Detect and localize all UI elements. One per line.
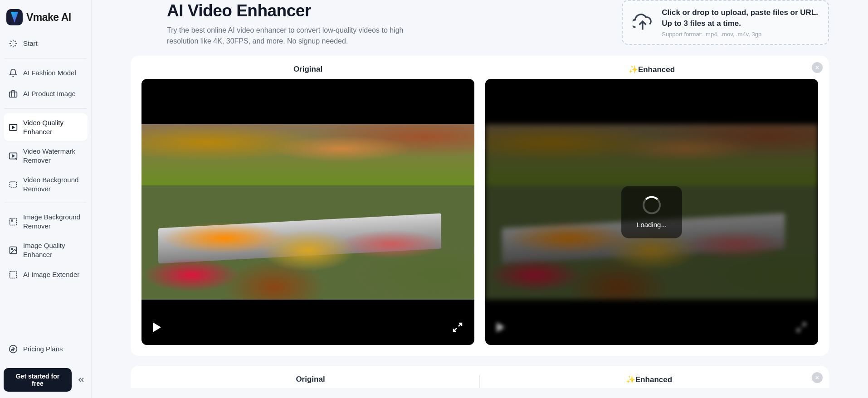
close-icon: [814, 65, 820, 70]
spinner-icon: [643, 196, 661, 214]
pricing-icon: [8, 344, 18, 354]
svg-rect-14: [10, 182, 17, 187]
nav-ai-image-extender[interactable]: AI Image Extender: [4, 265, 88, 285]
svg-line-2: [10, 41, 11, 42]
svg-line-7: [15, 41, 16, 42]
nav-fashion-model[interactable]: AI Fashion Model: [4, 63, 88, 83]
svg-rect-19: [10, 272, 17, 278]
svg-point-18: [11, 248, 13, 249]
page-description: Try the best online AI video enhancer to…: [167, 25, 421, 47]
upload-dropzone[interactable]: Click or drop to upload, paste files or …: [622, 0, 829, 45]
nav-video-bg-remover[interactable]: Video Background Remover: [4, 170, 88, 198]
original-header-2: Original: [141, 375, 479, 388]
fullscreen-button-disabled: [796, 322, 807, 333]
nav-image-bg-remover[interactable]: Image Background Remover: [4, 208, 88, 235]
main-content: AI Video Enhancer Try the best online AI…: [92, 0, 868, 398]
svg-rect-15: [10, 218, 17, 225]
compare-card: Original ✨Enhanced: [131, 56, 829, 356]
logo[interactable]: Vmake AI: [0, 0, 91, 34]
chevron-left-double-icon: [77, 375, 86, 384]
bell-icon: [8, 68, 18, 78]
svg-rect-8: [10, 92, 17, 97]
image-enhance-icon: [8, 245, 18, 255]
video-controls-disabled: [485, 310, 818, 345]
loading-overlay: Loading...: [621, 186, 682, 238]
video-enhance-icon: [8, 122, 18, 132]
enhanced-header-2: ✨Enhanced: [480, 375, 818, 388]
nav-label: Video Watermark Remover: [23, 147, 83, 165]
upload-cloud-icon: [633, 12, 653, 32]
enhanced-label-text: Enhanced: [638, 65, 675, 74]
loading-text: Loading...: [637, 220, 667, 228]
nav-label: Video Quality Enhancer: [23, 118, 83, 136]
nav-video-watermark-remover[interactable]: Video Watermark Remover: [4, 142, 88, 170]
sparkle-icon: ✨: [629, 65, 638, 74]
svg-line-3: [15, 45, 16, 46]
close-card-button[interactable]: [812, 372, 823, 383]
sidebar: Vmake AI Start AI Fashion Model: [0, 0, 92, 398]
logo-text: Vmake AI: [26, 11, 71, 24]
page-title: AI Video Enhancer: [167, 1, 421, 20]
original-video: [141, 79, 474, 345]
start-icon: [8, 39, 18, 49]
expand-icon: [452, 322, 463, 333]
page-header: AI Video Enhancer Try the best online AI…: [167, 0, 421, 47]
svg-point-16: [11, 219, 13, 221]
video-thumbnail: [141, 124, 474, 300]
divider: [5, 108, 87, 109]
upload-line2: Up to 3 files at a time.: [662, 18, 818, 29]
nav-image-quality-enhancer[interactable]: Image Quality Enhancer: [4, 236, 88, 264]
expand-icon: [796, 322, 807, 333]
upload-line1: Click or drop to upload, paste files or …: [662, 7, 818, 18]
nav-label: Image Background Remover: [23, 213, 83, 230]
video-bg-icon: [8, 180, 18, 189]
nav-product-image[interactable]: AI Product Image: [4, 84, 88, 104]
briefcase-icon: [8, 89, 18, 99]
compare-card-2: Original ✨Enhanced: [131, 366, 829, 388]
enhanced-header: ✨Enhanced: [485, 65, 818, 74]
nav-label: Video Background Remover: [23, 175, 83, 193]
nav-label: AI Product Image: [23, 89, 76, 98]
nav-start[interactable]: Start: [4, 34, 88, 53]
nav-start-label: Start: [23, 39, 38, 48]
video-watermark-icon: [8, 151, 18, 161]
enhanced-video: Loading...: [485, 79, 818, 345]
image-extend-icon: [8, 270, 18, 280]
nav-pricing[interactable]: Pricing Plans: [4, 339, 88, 359]
sparkle-icon: ✨: [626, 375, 635, 384]
close-card-button[interactable]: [812, 62, 823, 73]
video-controls: [141, 310, 474, 345]
fullscreen-button[interactable]: [452, 322, 463, 333]
svg-marker-10: [12, 126, 14, 128]
divider: [5, 203, 87, 203]
sidebar-footer: Get started for free: [0, 364, 91, 398]
svg-line-6: [10, 45, 11, 46]
close-icon: [814, 375, 820, 380]
enhanced-label-text-2: Enhanced: [635, 375, 672, 384]
logo-icon: [6, 9, 23, 25]
image-bg-icon: [8, 217, 18, 227]
nav-label: AI Fashion Model: [23, 68, 76, 78]
play-button-disabled: [497, 322, 505, 332]
divider: [5, 58, 87, 58]
upload-formats: Support format: .mp4, .mov, .m4v, 3gp: [662, 31, 818, 38]
collapse-sidebar-button[interactable]: [75, 374, 88, 386]
get-started-button[interactable]: Get started for free: [4, 368, 72, 392]
nav-label: AI Image Extender: [23, 270, 79, 279]
nav-label: Image Quality Enhancer: [23, 241, 83, 259]
nav-video-quality-enhancer[interactable]: Video Quality Enhancer: [4, 113, 88, 141]
svg-marker-12: [12, 155, 14, 157]
play-button[interactable]: [153, 322, 161, 332]
nav-label: Pricing Plans: [23, 345, 63, 354]
original-header: Original: [141, 65, 474, 74]
